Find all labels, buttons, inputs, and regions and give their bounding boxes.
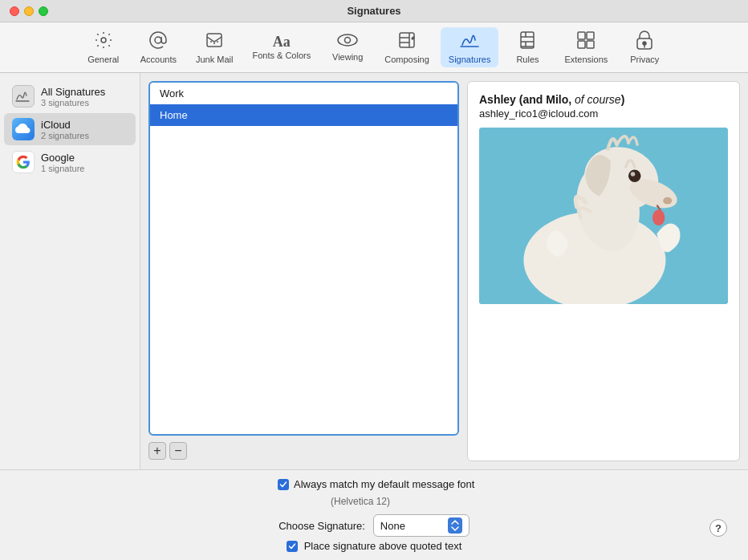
svg-rect-8	[400, 33, 414, 47]
at-sign-icon	[148, 30, 168, 53]
rules-icon	[518, 30, 537, 53]
sig-item-home[interactable]: Home	[150, 104, 457, 126]
toolbar-label-signatures: Signatures	[449, 55, 491, 64]
toolbar-item-extensions[interactable]: Extensions	[556, 27, 616, 67]
extensions-icon	[576, 30, 596, 53]
sidebar-item-icloud[interactable]: iCloud 2 signatures	[4, 113, 136, 145]
google-text: Google 1 signature	[41, 152, 84, 173]
font-match-row: Always match my default message font	[13, 478, 735, 490]
icloud-icon	[12, 118, 35, 140]
sig-item-work[interactable]: Work	[150, 83, 457, 104]
svg-point-0	[101, 38, 106, 43]
icloud-text: iCloud 2 signatures	[41, 119, 89, 140]
svg-point-23	[663, 197, 672, 205]
sig-preview-image	[479, 128, 728, 304]
icloud-name: iCloud	[41, 119, 89, 131]
all-signatures-icon	[12, 85, 35, 108]
toolbar-label-accounts: Accounts	[140, 55, 177, 64]
remove-signature-button[interactable]: −	[169, 442, 187, 460]
toolbar-label-viewing: Viewing	[332, 52, 363, 62]
svg-rect-12	[578, 41, 585, 48]
fonts-colors-icon: Aa	[273, 34, 291, 49]
place-sig-checkbox[interactable]	[287, 541, 298, 552]
svg-rect-2	[207, 34, 222, 47]
google-count: 1 signature	[41, 164, 84, 173]
close-button[interactable]	[10, 6, 19, 16]
traffic-lights	[10, 6, 48, 16]
sig-preview-email: ashley_rico1@icloud.com	[479, 108, 728, 120]
sidebar-item-all-signatures[interactable]: All Signatures 3 signatures	[4, 80, 136, 112]
titlebar: Signatures	[0, 0, 748, 22]
svg-rect-13	[587, 41, 594, 48]
add-signature-button[interactable]: +	[148, 442, 166, 460]
sig-preview-name: Ashley (and Milo, of course)	[479, 93, 728, 106]
svg-rect-9	[521, 32, 534, 48]
toolbar-label-general: General	[87, 55, 119, 64]
font-hint: (Helvetica 12)	[331, 496, 390, 507]
preview-name-rest: (and Milo, of course)	[516, 93, 624, 106]
google-name: Google	[41, 152, 84, 164]
center-panel: Work Home + −	[140, 73, 467, 469]
gear-icon	[94, 30, 113, 53]
toolbar-item-signatures[interactable]: Signatures	[441, 27, 499, 67]
toolbar-item-junk-mail[interactable]: Junk Mail	[188, 27, 241, 67]
toolbar-item-accounts[interactable]: Accounts	[132, 27, 185, 67]
font-match-label: Always match my default message font	[294, 478, 474, 490]
toolbar-item-privacy[interactable]: Privacy	[619, 27, 670, 67]
all-signatures-count: 3 signatures	[41, 98, 105, 108]
signatures-icon	[459, 30, 480, 53]
preview-name-bold: Ashley	[479, 93, 516, 106]
minimize-button[interactable]	[24, 6, 34, 16]
help-button[interactable]: ?	[709, 519, 727, 537]
svg-point-7	[345, 38, 351, 43]
footer-area: Always match my default message font (He…	[0, 469, 748, 560]
toolbar-label-privacy: Privacy	[630, 55, 659, 64]
all-signatures-name: All Signatures	[41, 86, 105, 98]
icloud-count: 2 signatures	[41, 131, 89, 140]
composing-icon	[397, 30, 417, 53]
all-signatures-text: All Signatures 3 signatures	[41, 86, 105, 108]
bottom-row: Choose Signature: None ?	[13, 514, 735, 537]
toolbar-label-rules: Rules	[516, 55, 539, 64]
font-match-checkbox[interactable]	[278, 479, 289, 490]
list-controls: + −	[148, 440, 459, 461]
svg-point-6	[338, 34, 357, 46]
maximize-button[interactable]	[39, 6, 48, 16]
toolbar-item-composing[interactable]: Composing	[376, 27, 437, 67]
viewing-icon	[336, 33, 359, 51]
signatures-list: Work Home	[148, 81, 459, 436]
google-icon	[12, 151, 35, 173]
svg-rect-11	[587, 32, 594, 39]
toolbar: General Accounts Junk Mail Aa Fonts & Co…	[0, 22, 748, 73]
place-sig-row: Place signature above quoted text	[13, 540, 735, 552]
place-sig-label: Place signature above quoted text	[304, 540, 462, 552]
choose-signature-label: Choose Signature:	[278, 520, 365, 532]
svg-point-25	[631, 172, 636, 177]
choose-signature-dropdown[interactable]: None	[373, 514, 470, 537]
toolbar-label-fonts-colors: Fonts & Colors	[252, 51, 311, 60]
preview-panel: Ashley (and Milo, of course) ashley_rico…	[467, 81, 740, 461]
svg-rect-10	[578, 32, 585, 39]
toolbar-item-general[interactable]: General	[78, 27, 129, 67]
window-title: Signatures	[347, 5, 400, 17]
toolbar-label-composing: Composing	[384, 55, 429, 64]
svg-point-1	[155, 37, 161, 43]
toolbar-item-viewing[interactable]: Viewing	[322, 30, 373, 65]
toolbar-item-fonts-colors[interactable]: Aa Fonts & Colors	[244, 31, 319, 63]
toolbar-label-extensions: Extensions	[564, 55, 608, 64]
sidebar: All Signatures 3 signatures iCloud 2 sig…	[0, 73, 140, 469]
dropdown-arrows-icon	[448, 517, 462, 534]
toolbar-label-junk-mail: Junk Mail	[196, 55, 233, 64]
junk-mail-icon	[205, 30, 224, 53]
svg-point-26	[652, 209, 665, 225]
svg-point-24	[628, 169, 641, 182]
sidebar-item-google[interactable]: Google 1 signature	[4, 146, 136, 178]
font-match-checkbox-area: Always match my default message font	[278, 478, 474, 490]
privacy-icon	[636, 30, 653, 53]
main-content: All Signatures 3 signatures iCloud 2 sig…	[0, 73, 748, 469]
toolbar-item-rules[interactable]: Rules	[502, 27, 553, 67]
signature-dropdown-value: None	[380, 520, 443, 532]
